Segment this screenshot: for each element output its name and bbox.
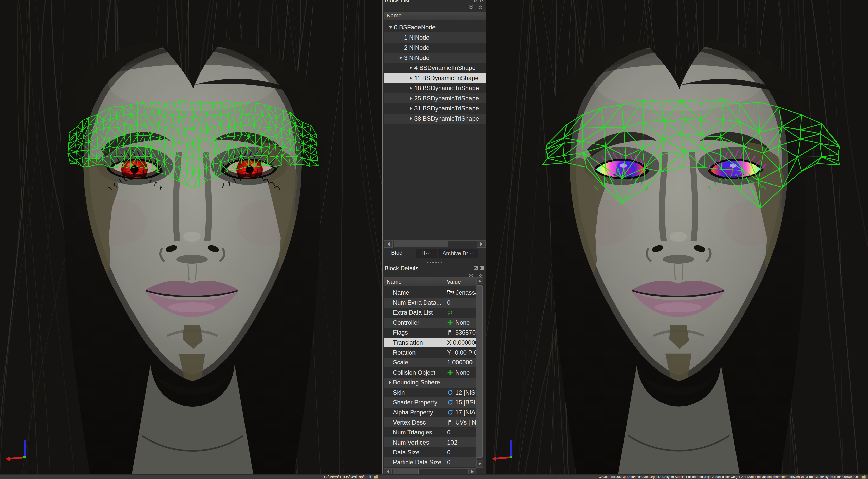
chevron-double-up-icon[interactable] xyxy=(478,5,484,10)
tree-expand-arrow-icon[interactable] xyxy=(388,381,393,384)
detail-row[interactable]: Collision ObjectNone xyxy=(384,367,476,378)
tree-item[interactable]: 4 BSDynamicTriShape xyxy=(384,63,486,73)
tree-item-label: 0 BSFadeNode xyxy=(394,24,436,31)
detail-row[interactable]: Skin12 [NiSk xyxy=(384,388,476,397)
tab-h[interactable]: H⋯ xyxy=(415,249,437,258)
detail-value-cell[interactable]: TxtJenassaB xyxy=(444,288,476,298)
scroll-up-button[interactable] xyxy=(476,277,483,285)
tree-expand-arrow-icon[interactable] xyxy=(408,66,414,70)
tree-item[interactable]: 1 NiNode xyxy=(384,32,486,42)
detail-row[interactable]: Num Vertices102 xyxy=(384,438,476,447)
detail-value-label: 0 xyxy=(447,459,451,466)
scroll-right-button[interactable] xyxy=(477,241,486,248)
tree-expand-arrow-icon[interactable] xyxy=(408,86,414,90)
hscroll-thumb[interactable] xyxy=(393,469,418,474)
tab-archivebr[interactable]: Archive Br⋯ xyxy=(438,249,478,258)
detail-row[interactable]: Flags5368709 xyxy=(384,328,476,337)
face-render[interactable] xyxy=(0,0,382,474)
float-icon[interactable] xyxy=(474,0,478,3)
face-render[interactable] xyxy=(487,0,868,474)
detail-value-cell[interactable]: 0 xyxy=(444,447,476,457)
float-icon[interactable] xyxy=(473,266,478,270)
detail-row[interactable]: ControllerNone xyxy=(384,318,476,327)
detail-value-cell[interactable]: 102 xyxy=(444,438,476,447)
chevron-double-down-icon[interactable] xyxy=(468,5,474,10)
detail-value-label: None xyxy=(455,369,470,376)
block-list-collapse-controls xyxy=(468,5,484,10)
hscroll-thumb[interactable] xyxy=(394,241,448,247)
block-details-vscrollbar[interactable] xyxy=(476,277,484,468)
detail-name-cell: Rotation xyxy=(384,349,444,356)
vscroll-thumb[interactable] xyxy=(477,286,483,458)
detail-row[interactable]: Alpha Property17 [NiAlp xyxy=(384,408,476,417)
detail-value-cell[interactable] xyxy=(444,308,476,318)
column-name[interactable]: Name xyxy=(384,277,444,286)
detail-name-label: Num Extra Data... xyxy=(393,299,441,306)
scroll-left-button[interactable] xyxy=(384,241,393,248)
detail-value-cell[interactable]: 15 [BSLig xyxy=(444,397,476,407)
detail-value-cell[interactable]: 0 xyxy=(444,427,476,437)
column-value[interactable]: Value xyxy=(444,277,476,286)
tab-bloc[interactable]: Bloc⋯ xyxy=(384,248,415,258)
viewport-right-render[interactable] xyxy=(487,0,868,474)
tree-expand-arrow-icon[interactable] xyxy=(388,26,394,29)
detail-row[interactable]: Extra Data List xyxy=(384,308,476,318)
detail-value-cell[interactable]: X 0.000000 xyxy=(444,337,476,348)
detail-value-label: 0 xyxy=(447,299,451,306)
tree-item[interactable]: 2 NiNode xyxy=(384,42,486,53)
detail-row[interactable]: Data Size0 xyxy=(384,447,476,457)
splitter-handle[interactable] xyxy=(421,262,448,263)
scroll-left-button[interactable] xyxy=(384,469,392,474)
detail-row[interactable]: NameTxtJenassaB xyxy=(384,288,476,298)
column-name[interactable]: Name xyxy=(384,12,486,20)
tree-item[interactable]: 38 BSDynamicTriShape xyxy=(384,114,486,124)
tree-item[interactable]: 11 BSDynamicTriShape xyxy=(384,73,486,83)
tree-item[interactable]: 0 BSFadeNode xyxy=(384,22,486,32)
detail-row[interactable]: RotationY -0.00 P 0.0 xyxy=(384,348,476,357)
scroll-right-button[interactable] xyxy=(468,469,476,474)
detail-row[interactable]: Num Extra Data...0 xyxy=(384,298,476,307)
tree-expand-arrow-icon[interactable] xyxy=(408,107,414,110)
viewport-left-render[interactable] xyxy=(0,0,382,474)
open-file-path: C:/Users/81906/Desktop/j2.nif xyxy=(324,475,371,479)
tree-item[interactable]: 31 BSDynamicTriShape xyxy=(384,103,486,114)
detail-value-cell[interactable]: UVs | No xyxy=(444,417,476,427)
detail-name-label: Name xyxy=(393,289,409,296)
tree-expand-arrow-icon[interactable] xyxy=(408,76,414,80)
close-icon[interactable] xyxy=(480,0,485,3)
detail-value-label: 1.000000 xyxy=(447,359,472,366)
detail-value-cell[interactable]: 12 [NiSk xyxy=(444,388,476,397)
block-details-column-header[interactable]: Name Value xyxy=(384,277,476,287)
detail-value-cell[interactable]: 1.000000 xyxy=(444,358,476,367)
tree-expand-arrow-icon[interactable] xyxy=(408,117,414,120)
detail-value-cell[interactable]: 17 [NiAlp xyxy=(444,408,476,417)
detail-row[interactable]: Scale1.000000 xyxy=(384,358,476,367)
detail-name-label: Data Size xyxy=(393,449,419,456)
block-details-hscrollbar[interactable] xyxy=(384,468,476,474)
detail-value-cell[interactable]: 0 xyxy=(444,457,476,467)
detail-value-cell[interactable] xyxy=(444,378,476,388)
detail-row[interactable]: Shader Property15 [BSLig xyxy=(384,397,476,407)
detail-row[interactable]: Particle Data Size0 xyxy=(384,457,476,467)
detail-row[interactable]: Vertex DescUVs | No xyxy=(384,417,476,427)
detail-row[interactable]: Bounding Sphere xyxy=(384,378,476,388)
block-list-hscrollbar[interactable] xyxy=(384,240,486,248)
tree-item[interactable]: 3 NiNode xyxy=(384,53,486,63)
tree-expand-arrow-icon[interactable] xyxy=(408,96,414,100)
block-list-column-header[interactable]: Name xyxy=(384,12,486,20)
detail-value-cell[interactable]: 0 xyxy=(444,298,476,307)
detail-value-cell[interactable]: 5368709 xyxy=(444,328,476,337)
scroll-down-button[interactable] xyxy=(476,460,483,467)
block-list-window-buttons xyxy=(474,0,485,3)
detail-value-cell[interactable]: None xyxy=(444,367,476,378)
close-icon[interactable] xyxy=(479,266,484,270)
tree-expand-arrow-icon[interactable] xyxy=(398,57,404,59)
tree-item[interactable]: 18 BSDynamicTriShape xyxy=(384,83,486,93)
detail-value-cell[interactable]: None xyxy=(444,318,476,327)
detail-row[interactable]: Num Triangles0 xyxy=(384,427,476,437)
detail-name-cell: Skin xyxy=(384,389,444,396)
detail-row[interactable]: TranslationX 0.000000 xyxy=(384,337,476,348)
folder-icon xyxy=(374,475,378,479)
detail-value-cell[interactable]: Y -0.00 P 0.0 xyxy=(444,348,476,357)
tree-item[interactable]: 25 BSDynamicTriShape xyxy=(384,93,486,103)
